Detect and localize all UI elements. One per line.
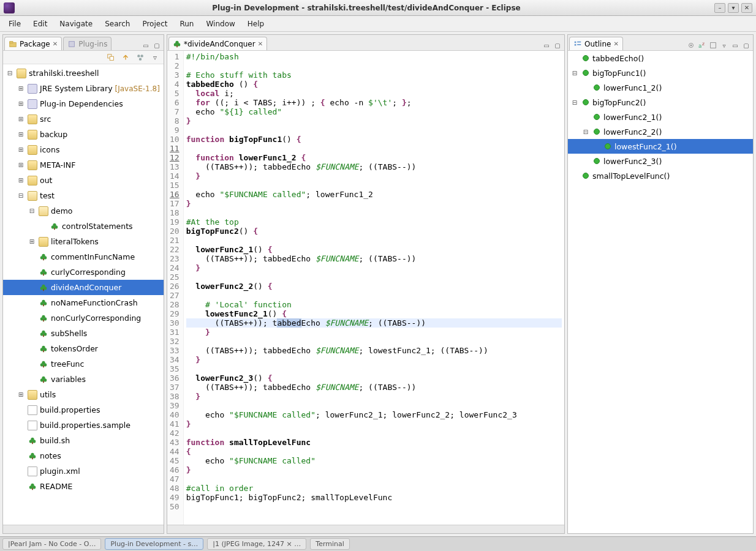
close-icon[interactable]: ✕ (613, 40, 618, 47)
outline-tree[interactable]: tabbedEcho()⊟bigTopFunc1()lowerFunc1_2()… (568, 51, 753, 533)
minimize-view-button[interactable]: ▭ (141, 40, 151, 50)
tab-outline[interactable]: Outline ✕ (569, 37, 623, 50)
maximize-view-button[interactable]: ▢ (152, 40, 162, 50)
close-icon[interactable]: ✕ (258, 40, 263, 47)
code-line[interactable]: } (186, 419, 562, 429)
code-line[interactable]: } (186, 465, 562, 474)
code-line[interactable] (186, 181, 562, 190)
tree-item-meta-inf[interactable]: ⊞META-INF (3, 157, 164, 173)
code-line[interactable] (186, 291, 562, 300)
tree-item-noncurlycorresponding[interactable]: nonCurlyCorresponding (3, 310, 164, 326)
maximize-button[interactable]: ▾ (728, 3, 739, 13)
code-line[interactable]: echo "$FUNCNAME called" (186, 456, 562, 465)
code-line[interactable] (186, 126, 562, 135)
outline-item-bigtopfunc1-[interactable]: ⊟bigTopFunc1() (568, 66, 753, 80)
code-line[interactable]: # 'Local' function (186, 300, 562, 309)
code-line[interactable] (186, 502, 562, 511)
code-line[interactable] (186, 401, 562, 410)
menu-project[interactable]: Project (137, 17, 172, 31)
tree-item-test[interactable]: ⊟test (3, 188, 164, 203)
expander-icon[interactable]: ⊞ (28, 238, 36, 245)
tree-item-nonamefunctioncrash[interactable]: noNameFunctionCrash (3, 295, 164, 310)
code-line[interactable]: ((TABS++)); tabbedEcho $FUNCNAME; ((TABS… (186, 318, 562, 328)
menu-navigate[interactable]: Navigate (55, 17, 97, 31)
code-line[interactable] (186, 61, 562, 70)
maximize-view-button[interactable]: ▢ (741, 40, 751, 50)
code-line[interactable]: } (186, 116, 562, 126)
tree-item-jre-system-library[interactable]: ⊞JRE System Library[JavaSE-1.8] (3, 81, 164, 96)
code-line[interactable]: #At the top (186, 217, 562, 227)
expander-icon[interactable]: ⊟ (581, 129, 590, 135)
code-line[interactable]: #!/bin/bash (186, 52, 562, 61)
taskbar-item[interactable]: |Pearl Jam - No Code - O… (2, 538, 101, 550)
package-explorer-tree[interactable]: ⊟strahilski.treeshell⊞JRE System Library… (3, 64, 164, 525)
code-line[interactable] (186, 474, 562, 484)
tab-plugins[interactable]: Plug-ins (63, 37, 112, 50)
view-menu-icon[interactable]: ▿ (719, 40, 729, 50)
expander-icon[interactable]: ⊞ (17, 391, 25, 398)
taskbar-item[interactable]: |1 (JPEG Image, 1247 × … (207, 538, 306, 550)
tree-item-src[interactable]: ⊞src (3, 111, 164, 127)
menu-window[interactable]: Window (201, 17, 240, 31)
expander-icon[interactable]: ⊞ (17, 177, 25, 184)
tree-item-variables[interactable]: variables (3, 372, 164, 387)
minimize-view-button[interactable]: ▭ (542, 40, 551, 50)
expander-icon[interactable]: ⊟ (570, 70, 579, 77)
expander-icon[interactable]: ⊟ (28, 208, 36, 214)
expander-icon[interactable]: ⊞ (17, 100, 25, 107)
editor-tab-divideandconquer[interactable]: *divideAndConquer ✕ (168, 37, 267, 50)
minimize-view-button[interactable]: ▭ (730, 40, 740, 50)
tree-item-build-properties-sample[interactable]: build.properties.sample (3, 418, 164, 433)
code-line[interactable] (186, 272, 562, 282)
menu-help[interactable]: Help (243, 17, 269, 31)
minimize-button[interactable]: – (714, 3, 725, 13)
outline-item-lowerfunc2-1-[interactable]: lowerFunc2_1() (568, 110, 753, 124)
code-line[interactable]: } (186, 263, 562, 272)
code-line[interactable]: for ((; i < TABS; i++)) ; { echo -n $'\t… (186, 98, 562, 107)
expander-icon[interactable]: ⊞ (17, 146, 25, 153)
taskbar-item[interactable]: Plug-in Development - s… (105, 538, 203, 550)
code-line[interactable]: echo "$FUNCNAME called"; lowerFunc1_2 (186, 190, 562, 199)
code-line[interactable]: ((TABS++)); tabbedEcho $FUNCNAME; ((TABS… (186, 383, 562, 392)
code-line[interactable]: echo "${1} called" (186, 107, 562, 116)
code-line[interactable]: ((TABS++)); tabbedEcho $FUNCNAME; ((TABS… (186, 254, 562, 263)
tree-item-demo[interactable]: ⊟demo (3, 203, 164, 219)
tree-item-strahilski-treeshell[interactable]: ⊟strahilski.treeshell (3, 66, 164, 81)
code-line[interactable]: } (186, 328, 562, 337)
close-icon[interactable]: ✕ (53, 40, 58, 47)
tree-item-divideandconquer[interactable]: divideAndConquer (3, 280, 164, 295)
code-line[interactable]: echo "$FUNCNAME called"; lowerFunc2_1; l… (186, 410, 562, 419)
code-line[interactable] (186, 364, 562, 373)
code-line[interactable]: bigTopFunc2() { (186, 227, 562, 236)
code-line[interactable]: # Echo stuff with tabs (186, 70, 562, 80)
menu-edit[interactable]: Edit (28, 17, 52, 31)
code-line[interactable] (186, 429, 562, 438)
expander-icon[interactable]: ⊞ (17, 131, 25, 138)
code-line[interactable]: } (186, 171, 562, 181)
tree-item-notes[interactable]: notes (3, 448, 164, 463)
tree-item-icons[interactable]: ⊞icons (3, 142, 164, 157)
link-editor-icon[interactable] (121, 53, 130, 62)
tree-item-out[interactable]: ⊞out (3, 173, 164, 188)
tree-item-readme[interactable]: README (3, 479, 164, 494)
tab-package-explorer[interactable]: Package ✕ (4, 37, 62, 50)
code-line[interactable]: local i; (186, 89, 562, 98)
menu-search[interactable]: Search (100, 17, 135, 31)
tree-item-commentinfuncname[interactable]: commentInFuncName (3, 249, 164, 264)
expander-icon[interactable]: ⊞ (17, 116, 25, 122)
expander-icon[interactable]: ⊟ (6, 70, 14, 77)
code-line[interactable]: function lowerFunc1_2 { (186, 153, 562, 162)
tree-item-tokensorder[interactable]: tokensOrder (3, 341, 164, 356)
tree-item-plugin-xml[interactable]: plugin.xml (3, 463, 164, 479)
code-line[interactable]: tabbedEcho () { (186, 80, 562, 89)
code-line[interactable]: function smallTopLevelFunc (186, 438, 562, 447)
tree-item-literaltokens[interactable]: ⊞literalTokens (3, 234, 164, 249)
expander-icon[interactable]: ⊞ (17, 162, 25, 168)
outline-item-lowerfunc2-2-[interactable]: ⊟lowerFunc2_2() (568, 124, 753, 139)
menu-run[interactable]: Run (175, 17, 198, 31)
tree-item-plug-in-dependencies[interactable]: ⊞Plug-in Dependencies (3, 96, 164, 111)
expander-icon[interactable]: ⊞ (17, 85, 25, 92)
code-line[interactable] (186, 236, 562, 245)
maximize-view-button[interactable]: ▢ (553, 40, 562, 50)
code-line[interactable] (186, 337, 562, 346)
